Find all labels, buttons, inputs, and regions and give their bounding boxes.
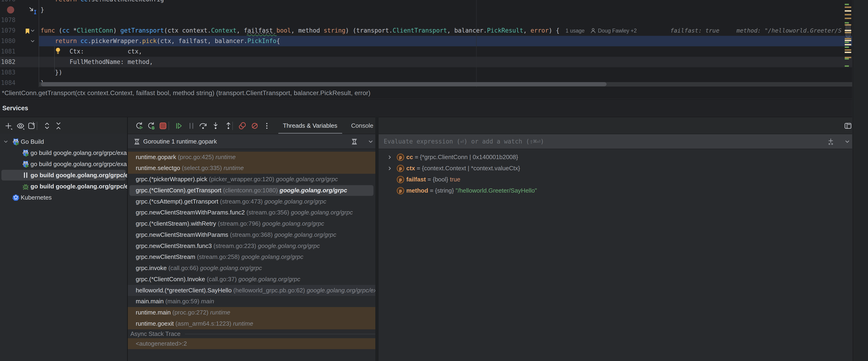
stack-frame-row[interactable]: grpc.(*csAttempt).getTransport (stream.g… <box>128 196 375 207</box>
tree-item[interactable]: Go Build <box>0 136 127 147</box>
view-options-button[interactable] <box>16 117 26 134</box>
frame-location: (picker_wrapper.go:120) <box>207 175 276 183</box>
step-out-button[interactable] <box>223 117 234 134</box>
stripe-mark <box>845 42 849 43</box>
intention-bulb-icon[interactable] <box>55 47 61 55</box>
stack-frame-row[interactable]: runtime.selectgo (select.go:335) runtime <box>128 163 375 174</box>
chevron-down-icon[interactable] <box>368 139 374 145</box>
frame-package: google.golang.org/grpc <box>280 187 347 194</box>
tree-item[interactable]: go build google.golang.org/grpc/examples <box>0 147 127 158</box>
stack-frame-row[interactable]: grpc.newClientStreamWithParams (stream.g… <box>128 229 375 240</box>
frame-function: grpc.(*ClientConn).Invoke <box>136 276 205 283</box>
variable-value-part: = <box>415 165 422 172</box>
thread-selector[interactable]: Goroutine 1 runtime.gopark <box>128 134 377 149</box>
vertical-scrollbar-thumb[interactable] <box>846 24 850 38</box>
stack-frame-row[interactable]: grpc.(*ClientConn).getTransport (clientc… <box>128 185 375 196</box>
evaluate-placeholder: Evaluate expression (⏎) or add a watch (… <box>384 134 544 149</box>
view-breakpoints-button[interactable] <box>237 117 248 134</box>
frame-package: runtime <box>233 320 253 327</box>
variable-value-part: true <box>450 176 460 183</box>
services-header: Services <box>0 99 852 117</box>
stop-button[interactable] <box>158 117 168 134</box>
variable-value-part: = <box>426 176 433 183</box>
stack-frame-row[interactable]: grpc.newClientStream (stream.go:258) goo… <box>128 252 375 263</box>
collapse-all-button[interactable] <box>53 117 64 134</box>
variable-row[interactable]: pctx = {context.Context | *context.value… <box>379 163 852 174</box>
stack-frame-row[interactable]: helloworld.(*greeterClient).SayHello (he… <box>128 285 375 296</box>
variable-expander-icon[interactable] <box>387 155 393 160</box>
variable-text: cc = {*grpc.ClientConn | 0x140001b2008} <box>406 152 518 163</box>
expand-all-button[interactable] <box>42 117 52 134</box>
stack-frame-row[interactable]: runtime.goexit (asm_arm64.s:1223) runtim… <box>128 318 375 329</box>
frame-text: grpc.newClientStreamWithParams.func2 (st… <box>136 207 353 218</box>
tree-item-label: Go Build <box>21 136 44 147</box>
resume-button[interactable] <box>174 117 184 134</box>
stack-frame-row[interactable]: grpc.(*pickerWrapper).pick (picker_wrapp… <box>128 174 375 185</box>
frame-location: (main.go:59) <box>164 298 201 305</box>
tab-console[interactable]: Console <box>351 117 373 134</box>
code-token: { <box>276 37 280 44</box>
right-margin-guide <box>476 0 476 88</box>
stack-frame-row[interactable]: grpc.newClientStreamWithParams.func2 (st… <box>128 207 375 218</box>
stack-frame-row[interactable]: grpc.invoke (call.go:66) google.golang.o… <box>128 263 375 274</box>
frame-function: grpc.newClientStream <box>136 253 195 260</box>
open-in-new-tab-button[interactable] <box>26 117 36 134</box>
panel-divider[interactable] <box>375 117 379 361</box>
frames-panel[interactable]: Goroutine 1 runtime.gopark runtime.gopar… <box>128 134 377 361</box>
goroutine-spool-icon[interactable] <box>351 138 358 145</box>
step-over-button[interactable] <box>198 117 208 134</box>
gobuild-icon <box>22 149 29 157</box>
debug-icon <box>22 183 29 190</box>
variable-row[interactable]: pfailfast = {bool} true <box>379 174 852 185</box>
rerun-button[interactable] <box>134 117 144 134</box>
horizontal-scrollbar-thumb[interactable] <box>41 82 607 86</box>
chevron-down-icon[interactable] <box>844 139 850 145</box>
resume-icon <box>175 122 183 130</box>
pause-button[interactable] <box>186 117 196 134</box>
add-watch-icon[interactable] <box>826 137 835 146</box>
stack-frame-row[interactable]: <autogenerated>:2 <box>128 338 375 349</box>
variable-value-part: {bool} <box>433 176 450 183</box>
services-tree[interactable]: Go Build go build google.golang.org/grpc… <box>0 134 127 361</box>
tree-item[interactable]: go build google.golang.org/grpc/examples <box>0 170 127 181</box>
frame-package: google.golang.org/grpc <box>276 175 338 183</box>
evaluate-expression-bar[interactable]: Evaluate expression (⏎) or add a watch (… <box>379 134 852 149</box>
variables-panel[interactable]: Evaluate expression (⏎) or add a watch (… <box>379 134 852 361</box>
line-number: 1076 <box>1 0 20 5</box>
mute-breakpoints-button[interactable] <box>250 117 260 134</box>
breakpoint-dot[interactable] <box>7 6 14 13</box>
stack-frame-row[interactable]: runtime.main (proc.go:272) runtime <box>128 307 375 318</box>
frame-package: runtime <box>210 309 230 316</box>
frame-text: grpc.invoke (call.go:66) google.golang.o… <box>136 263 262 274</box>
tab-threads-variables[interactable]: Threads & Variables <box>283 117 337 134</box>
stack-frame-row[interactable]: runtime.gopark (proc.go:425) runtime <box>128 152 375 163</box>
fold-chevron-icon[interactable] <box>30 38 35 44</box>
frame-function: runtime.gopark <box>136 154 176 161</box>
tree-item[interactable]: go build google.golang.org/grpc/examples <box>0 158 127 170</box>
layout-settings-button[interactable] <box>844 122 852 130</box>
frame-location: (asm_arm64.s:1223) <box>174 320 233 327</box>
stack-frame-row[interactable]: grpc.(*clientStream).withRetry (stream.g… <box>128 218 375 229</box>
step-into-button[interactable] <box>211 117 221 134</box>
code-token: return <box>55 0 77 3</box>
panel-divider[interactable] <box>127 117 128 361</box>
tree-item[interactable]: Kubernetes <box>0 192 127 203</box>
toolbar-separator <box>37 122 37 130</box>
more-options-button[interactable] <box>262 117 272 134</box>
rerun-debug-button[interactable] <box>146 117 156 134</box>
async-stack-trace-separator: Async Stack Trace <box>128 329 377 338</box>
code-token: return <box>55 37 77 44</box>
stack-frame-row[interactable]: main.main (main.go:59) main <box>128 296 375 307</box>
code-token: pick <box>142 37 156 44</box>
frame-package: google.golang.org/grpc <box>258 242 320 249</box>
stack-frame-row[interactable]: grpc.newClientStream.func3 (stream.go:22… <box>128 240 375 252</box>
variable-expander-icon[interactable] <box>387 166 393 171</box>
code-editor[interactable]: 10761078107910801081108210831084 return … <box>0 0 852 88</box>
stack-frame-row[interactable]: grpc.(*ClientConn).Invoke (call.go:37) g… <box>128 274 375 285</box>
tree-item[interactable]: go build google.golang.org/grpc/examples <box>0 181 127 192</box>
tree-expander-icon[interactable] <box>3 139 9 144</box>
stripe-mark <box>845 65 849 67</box>
add-service-button[interactable] <box>3 117 13 134</box>
variable-row[interactable]: pmethod = {string} "/helloworld.Greeter/… <box>379 185 852 196</box>
variable-row[interactable]: pcc = {*grpc.ClientConn | 0x140001b2008} <box>379 152 852 163</box>
